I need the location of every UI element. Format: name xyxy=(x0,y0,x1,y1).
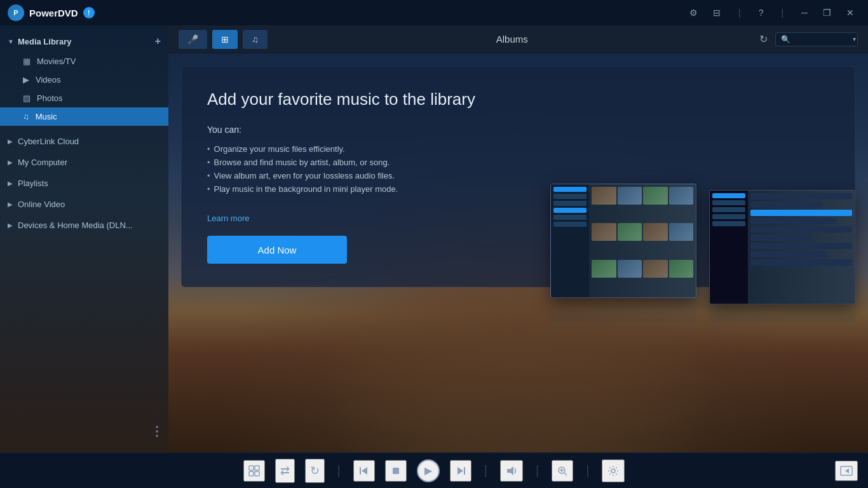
feature-text-1: Organize your music files efficiently. xyxy=(214,144,345,154)
svg-rect-4 xyxy=(360,467,361,475)
fullscreen-button[interactable] xyxy=(835,461,858,481)
refresh-button[interactable]: ↻ xyxy=(757,30,770,48)
sidebar-item-photos-label: Photos xyxy=(37,93,62,103)
svg-marker-16 xyxy=(845,468,849,473)
search-box[interactable]: 🔍 ▾ xyxy=(775,32,858,46)
main-layout: ▼ Media Library + ▦ Movies/TV ▶ Videos ▨… xyxy=(0,25,868,452)
toolbar-right: ↻ 🔍 ▾ xyxy=(757,30,858,48)
sidebar: ▼ Media Library + ▦ Movies/TV ▶ Videos ▨… xyxy=(0,25,168,452)
mockups-container xyxy=(550,184,855,322)
tab-music[interactable]: ♫ xyxy=(243,30,268,49)
sidebar-item-movies[interactable]: ▦ Movies/TV xyxy=(0,52,168,71)
sidebar-item-videos-label: Videos xyxy=(36,75,61,85)
content-area: 🎤 ⊞ ♫ Albums ↻ 🔍 ▾ Add your favorite mus… xyxy=(168,25,868,452)
svg-point-14 xyxy=(611,469,615,473)
media-library-header[interactable]: ▼ Media Library + xyxy=(0,30,168,52)
player-bar: ⇄ ↻ | ▶ | | | xyxy=(0,452,868,488)
sidebar-online-video-label: Online Video xyxy=(18,200,65,209)
sidebar-item-music[interactable]: ♫ Music xyxy=(0,107,168,126)
titlebar-controls: ⚙ ⊟ | ? | ─ ❐ ✕ xyxy=(683,5,860,20)
player-shuffle-button[interactable]: ⇄ xyxy=(275,459,295,483)
sidebar-my-computer-label: My Computer xyxy=(18,158,67,167)
player-play-button[interactable]: ▶ xyxy=(417,459,440,482)
player-sep-3: | xyxy=(536,463,539,478)
sidebar-item-my-computer[interactable]: ▶ My Computer xyxy=(0,152,168,173)
feature-item-3: • View album art, even for your lossless… xyxy=(207,169,829,182)
sidebar-devices-label: Devices & Home Media (DLN... xyxy=(18,220,133,230)
bullet-4: • xyxy=(207,184,210,194)
svg-rect-2 xyxy=(249,471,254,476)
chevron-right-icon-5: ▶ xyxy=(8,222,13,229)
movies-icon: ▦ xyxy=(23,57,31,66)
photos-icon: ▨ xyxy=(23,93,31,103)
player-prev-button[interactable] xyxy=(353,460,375,482)
sidebar-item-playlists[interactable]: ▶ Playlists xyxy=(0,173,168,194)
mockup-1 xyxy=(550,184,696,298)
player-zoom-button[interactable] xyxy=(552,460,573,482)
sidebar-item-videos[interactable]: ▶ Videos xyxy=(0,71,168,89)
sidebar-item-music-label: Music xyxy=(36,112,57,121)
svg-rect-1 xyxy=(255,466,259,470)
bullet-1: • xyxy=(207,144,210,154)
search-dropdown-icon[interactable]: ▾ xyxy=(853,36,856,43)
svg-rect-6 xyxy=(393,468,399,474)
sidebar-item-cyberlink-cloud[interactable]: ▶ CyberLink Cloud xyxy=(0,131,168,152)
sidebar-item-movies-label: Movies/TV xyxy=(37,57,76,66)
player-sep-2: | xyxy=(484,463,487,478)
help-button[interactable]: ? xyxy=(752,5,770,20)
logo-icon: P xyxy=(8,4,24,21)
sidebar-item-devices[interactable]: ▶ Devices & Home Media (DLN... xyxy=(0,215,168,236)
player-stop-button[interactable] xyxy=(385,460,407,482)
media-button[interactable]: ⊟ xyxy=(707,5,727,20)
minimize-button[interactable]: ─ xyxy=(795,5,814,20)
music-icon: ♫ xyxy=(23,112,29,121)
player-next-button[interactable] xyxy=(450,460,471,482)
close-button[interactable]: ✕ xyxy=(840,5,860,20)
chevron-right-icon-2: ▶ xyxy=(8,159,13,166)
player-repeat-button[interactable]: ↻ xyxy=(305,459,325,483)
feature-item-2: • Browse and find music by artist, album… xyxy=(207,156,829,169)
sidebar-item-online-video[interactable]: ▶ Online Video xyxy=(0,194,168,215)
tab-mic[interactable]: 🎤 xyxy=(179,30,207,49)
sidebar-item-photos[interactable]: ▨ Photos xyxy=(0,89,168,107)
player-volume-button[interactable] xyxy=(500,460,523,482)
chevron-right-icon: ▶ xyxy=(8,138,13,145)
player-settings-button[interactable] xyxy=(602,459,625,482)
notification-badge[interactable]: ! xyxy=(83,7,95,18)
svg-marker-8 xyxy=(458,467,463,475)
bullet-3: • xyxy=(207,171,210,180)
you-can-label: You can: xyxy=(207,125,829,135)
feature-text-2: Browse and find music by artist, album, … xyxy=(214,158,390,167)
settings-button[interactable]: ⚙ xyxy=(683,5,704,20)
svg-rect-3 xyxy=(255,471,259,476)
mockup-2 xyxy=(709,190,855,304)
sidebar-cyberlink-label: CyberLink Cloud xyxy=(18,137,79,146)
tab-grid[interactable]: ⊞ xyxy=(212,30,238,49)
app-logo: P PowerDVD ! xyxy=(8,4,683,21)
sidebar-resize-dots[interactable] xyxy=(151,421,163,442)
feature-text-4: Play music in the background in mini pla… xyxy=(214,184,398,194)
bullet-2: • xyxy=(207,158,210,167)
media-library-header-left: ▼ Media Library xyxy=(8,37,71,46)
chevron-right-icon-3: ▶ xyxy=(8,180,13,187)
videos-icon: ▶ xyxy=(23,75,29,85)
add-media-button[interactable]: + xyxy=(155,36,161,47)
svg-line-11 xyxy=(564,473,567,475)
player-right xyxy=(835,461,858,481)
feature-text-3: View album art, even for your lossless a… xyxy=(214,171,395,180)
media-library-section: ▼ Media Library + ▦ Movies/TV ▶ Videos ▨… xyxy=(0,25,168,131)
add-now-button[interactable]: Add Now xyxy=(207,236,347,264)
svg-rect-0 xyxy=(249,466,254,470)
toolbar-title: Albums xyxy=(273,34,752,44)
search-input[interactable] xyxy=(793,35,850,44)
chevron-down-icon: ▼ xyxy=(8,38,14,45)
media-library-label: Media Library xyxy=(18,37,72,46)
content-toolbar: 🎤 ⊞ ♫ Albums ↻ 🔍 ▾ xyxy=(168,25,868,53)
titlebar: P PowerDVD ! ⚙ ⊟ | ? | ─ ❐ ✕ xyxy=(0,0,868,25)
content-heading: Add your favorite music to the library xyxy=(207,90,829,109)
player-grid-button[interactable] xyxy=(243,460,265,482)
main-content: Add your favorite music to the library Y… xyxy=(168,53,868,452)
restore-button[interactable]: ❐ xyxy=(817,5,837,20)
sidebar-playlists-label: Playlists xyxy=(18,179,48,188)
app-title: PowerDVD xyxy=(29,8,78,18)
